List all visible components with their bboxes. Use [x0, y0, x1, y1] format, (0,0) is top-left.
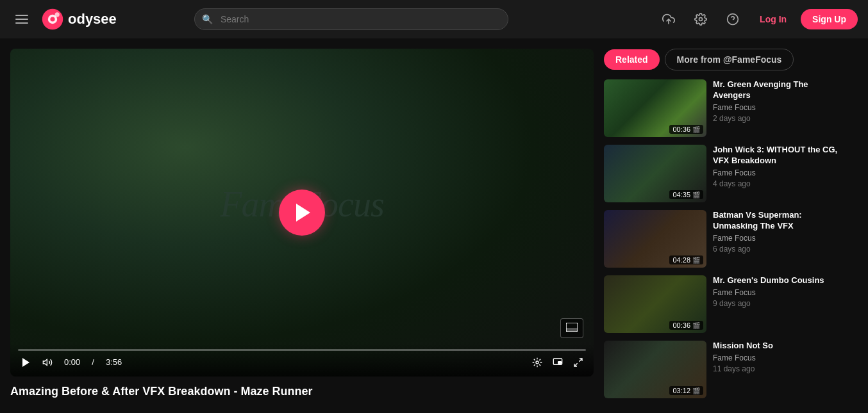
settings-icon-small — [532, 357, 542, 368]
related-time: 2 days ago — [713, 114, 840, 123]
time-separator: / — [92, 357, 94, 367]
duration-badge: 04:28 — [669, 255, 703, 264]
help-icon — [726, 13, 739, 26]
thumbnail: 04:35 — [604, 145, 706, 202]
related-info: Mr. Green's Dumbo Cousins Fame Focus 9 d… — [713, 275, 840, 333]
search-bar: 🔍 — [194, 8, 508, 30]
miniplayer-icon — [553, 357, 563, 368]
svg-marker-11 — [43, 359, 47, 365]
settings-button[interactable] — [688, 6, 714, 32]
related-time: 4 days ago — [713, 179, 840, 188]
related-title: Mission Not So — [713, 341, 840, 352]
menu-button[interactable] — [10, 10, 33, 29]
related-title: Batman Vs Superman: Unmasking The VFX — [713, 210, 840, 232]
video-info: Amazing Before & After VFX Breakdown - M… — [10, 377, 594, 399]
controls-row: 0:00 / 3:56 — [18, 356, 586, 369]
film-icon — [692, 126, 700, 133]
film-icon — [692, 191, 700, 198]
video-controls: 0:00 / 3:56 — [10, 344, 594, 377]
help-button[interactable] — [720, 6, 746, 32]
miniplayer-button[interactable] — [550, 356, 565, 369]
related-time: 6 days ago — [713, 245, 840, 254]
list-item[interactable]: 04:28 Batman Vs Superman: Unmasking The … — [604, 210, 840, 268]
logo-icon — [41, 8, 64, 31]
quality-button[interactable] — [530, 356, 545, 369]
related-info: Batman Vs Superman: Unmasking The VFX Fa… — [713, 210, 840, 268]
fullscreen-button[interactable] — [571, 356, 586, 369]
list-item[interactable]: 04:35 John Wick 3: WITHOUT the CG, VFX B… — [604, 145, 840, 202]
list-item[interactable]: 03:12 Mission Not So Fame Focus 11 days … — [604, 341, 840, 398]
film-icon — [692, 256, 700, 264]
related-info: John Wick 3: WITHOUT the CG, VFX Breakdo… — [713, 145, 840, 202]
sidebar: Related More from @FameFocus 00:36 Mr. G… — [594, 49, 850, 399]
controls-right — [530, 356, 586, 369]
svg-marker-10 — [22, 358, 29, 367]
upload-icon — [662, 13, 675, 26]
svg-point-5 — [699, 18, 703, 21]
tab-related[interactable]: Related — [604, 49, 660, 70]
video-section: FameFocus — [10, 49, 594, 399]
film-icon — [692, 321, 700, 329]
search-input[interactable] — [194, 8, 508, 30]
settings-icon — [694, 13, 707, 26]
fullscreen-icon — [573, 357, 583, 368]
progress-bar[interactable] — [18, 349, 586, 351]
login-button[interactable]: Log In — [752, 10, 794, 28]
signup-button[interactable]: Sign Up — [801, 9, 858, 29]
duration-badge: 00:36 — [669, 321, 703, 330]
thumbnail: 03:12 — [604, 341, 706, 398]
related-channel: Fame Focus — [713, 288, 840, 297]
video-player[interactable]: FameFocus — [10, 49, 594, 377]
upload-button[interactable] — [656, 6, 681, 32]
main-content: FameFocus — [0, 38, 868, 409]
svg-point-3 — [55, 12, 60, 17]
theater-mode-button[interactable] — [560, 318, 583, 338]
sidebar-tabs: Related More from @FameFocus — [604, 49, 840, 70]
play-icon — [21, 357, 31, 368]
related-list: 00:36 Mr. Green Avenging The Avengers Fa… — [604, 79, 840, 398]
current-time: 0:00 — [64, 357, 80, 367]
duration-badge: 03:12 — [669, 386, 703, 395]
related-info: Mission Not So Fame Focus 11 days ago — [713, 341, 840, 398]
search-icon: 🔍 — [202, 14, 213, 24]
tab-more-from-channel[interactable]: More from @FameFocus — [665, 49, 794, 70]
related-info: Mr. Green Avenging The Avengers Fame Foc… — [713, 79, 840, 137]
header-right: Log In Sign Up — [656, 6, 858, 32]
theater-icon — [566, 323, 578, 332]
play-button[interactable] — [279, 190, 325, 236]
svg-line-15 — [579, 359, 582, 362]
thumbnail: 00:36 — [604, 79, 706, 137]
duration-badge: 04:35 — [669, 190, 703, 199]
logo-text: odysee — [68, 11, 117, 28]
related-channel: Fame Focus — [713, 234, 840, 243]
related-title: John Wick 3: WITHOUT the CG, VFX Breakdo… — [713, 145, 840, 166]
header: odysee 🔍 Log In Sig — [0, 0, 868, 38]
play-pause-button[interactable] — [18, 356, 33, 369]
video-title: Amazing Before & After VFX Breakdown - M… — [10, 384, 594, 399]
svg-point-12 — [536, 361, 538, 364]
related-title: Mr. Green Avenging The Avengers — [713, 79, 840, 101]
related-time: 11 days ago — [713, 364, 840, 373]
thumbnail: 00:36 — [604, 275, 706, 333]
svg-line-16 — [574, 363, 578, 366]
svg-rect-14 — [558, 362, 562, 364]
header-left: odysee — [10, 8, 117, 31]
logo[interactable]: odysee — [41, 8, 117, 31]
thumbnail: 04:28 — [604, 210, 706, 268]
related-channel: Fame Focus — [713, 103, 840, 112]
total-time: 3:56 — [106, 357, 122, 367]
related-title: Mr. Green's Dumbo Cousins — [713, 275, 840, 286]
list-item[interactable]: 00:36 Mr. Green's Dumbo Cousins Fame Foc… — [604, 275, 840, 333]
volume-icon — [42, 357, 53, 368]
list-item[interactable]: 00:36 Mr. Green Avenging The Avengers Fa… — [604, 79, 840, 137]
film-icon — [692, 387, 700, 394]
related-channel: Fame Focus — [713, 168, 840, 177]
duration-badge: 00:36 — [669, 125, 703, 134]
svg-rect-9 — [566, 328, 578, 332]
mute-button[interactable] — [40, 356, 55, 369]
svg-point-2 — [50, 17, 54, 21]
related-channel: Fame Focus — [713, 353, 840, 362]
related-time: 9 days ago — [713, 299, 840, 308]
